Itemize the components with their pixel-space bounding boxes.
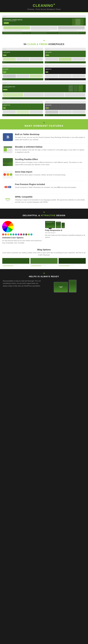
- card-sub-2: Trusted service: [46, 53, 52, 54]
- wpml-logo-text: WPML: [5, 198, 11, 200]
- design-row: Unlimited Color Options Go way beyond wh…: [2, 221, 86, 244]
- color-dot-2: [5, 234, 7, 236]
- divider-star: ✦: [2, 39, 86, 42]
- card-dot-13: [3, 83, 4, 83]
- homepage-card-4: Premium Clean Luxury service Contact © 2…: [45, 64, 86, 80]
- card-dot-5: [47, 49, 48, 50]
- card-title-3: Eco Cleaning: [3, 69, 9, 70]
- browser-bar: [2, 16, 86, 18]
- design-title: DELIGHTFUL & ATTRACTIVE DESIGN: [3, 214, 85, 216]
- card-title-6: Corporate Clean: [3, 105, 10, 106]
- thumb-5b: [24, 93, 44, 97]
- homepage-card-7: Home Cleaning Residential care Book Now …: [45, 100, 86, 116]
- parallax-icon: [3, 158, 13, 166]
- service-line-5: [58, 30, 84, 30]
- feature-demo: Demo Data Import Import all the demo dat…: [3, 168, 85, 181]
- tablet-device: [56, 222, 61, 228]
- color-dot-1: [2, 234, 4, 236]
- footer-line-4: [31, 33, 47, 33]
- thumb-5a: [3, 93, 23, 97]
- footer-dot-1: [3, 62, 4, 62]
- bottom-padding: [0, 294, 88, 297]
- card-header-7: [45, 101, 86, 104]
- helps-description: Documentation is easy-to-read and thorou…: [3, 280, 43, 287]
- color-wheel: [2, 221, 14, 232]
- blog-line-1: [3, 264, 29, 265]
- responsive-title: Fully Responsive &: [45, 229, 86, 231]
- browser-dot-1: [3, 16, 4, 17]
- service-line-3: [31, 30, 57, 30]
- card-hero-5: A Cleaning Wordpress Theme Clean & Profe…: [2, 84, 86, 92]
- card-dot-21: [48, 102, 49, 102]
- footer-dot-10: [4, 98, 5, 98]
- design-star: ✦: [3, 211, 85, 214]
- color-dot-8: [20, 234, 22, 236]
- card-btn-5[interactable]: Discover More: [3, 89, 8, 90]
- wpml-title: WPML Compatible: [15, 196, 85, 198]
- hero-cta[interactable]: Get Started: [4, 22, 9, 24]
- wpml-icon: WPML Multilingual: [3, 196, 13, 204]
- sidebar-right: [7, 148, 12, 152]
- color-dot-11: [28, 234, 30, 236]
- card-dot-7: [3, 66, 4, 66]
- footer-line-3: [31, 32, 57, 33]
- devices-preview: [45, 221, 86, 228]
- homepage-card-3: Eco Cleaning Natural products See More ©…: [2, 64, 43, 80]
- card-footer-1: © 2024: [2, 61, 43, 63]
- parallax-layer-4: [3, 164, 13, 166]
- card-btn-3[interactable]: See More: [3, 72, 6, 72]
- homepage-card-1: Cleaning Service Professional solutions …: [2, 48, 43, 64]
- card-btn-4[interactable]: Contact: [46, 72, 48, 72]
- card-btn-7[interactable]: Book Now: [46, 108, 49, 108]
- sidebar-footer-bar: [4, 152, 12, 153]
- wpml-desc: Cleaning is ready to be translated in an…: [15, 199, 85, 203]
- card-sub-4: Luxury service: [46, 70, 52, 70]
- card-img-5a: [69, 85, 73, 92]
- demo-title: Demo Data Import: [15, 171, 66, 173]
- demo-circles: [4, 173, 12, 176]
- color-dot-9: [23, 234, 25, 236]
- card-dot-4: [46, 49, 46, 50]
- logo: CLEANING+: [3, 2, 85, 8]
- card-body-6: [2, 110, 43, 114]
- service-line-2: [4, 30, 22, 31]
- hero-browser: Professional Cleaning Services We provid…: [2, 15, 86, 34]
- plugins-icon: VC SR: [3, 183, 13, 191]
- slider-revolution-logo: SR: [8, 186, 11, 188]
- homepage-card-6: Corporate Clean Office solutions Details…: [2, 100, 43, 116]
- card-body-3: [2, 74, 43, 78]
- color-dot-12: [30, 234, 32, 236]
- footer-line-1: [4, 32, 30, 33]
- blog-line-4: [31, 264, 57, 265]
- card-header-2: [45, 48, 86, 51]
- thumb-6b: [16, 110, 29, 114]
- thumb-5c: [44, 93, 65, 97]
- card-btn-2[interactable]: Learn More: [46, 55, 49, 56]
- card-dot-15: [6, 83, 6, 83]
- card-dot-20: [47, 102, 48, 102]
- design-banner: ✦ DELIGHTFUL & ATTRACTIVE DESIGN: [0, 208, 88, 219]
- feature-plugins: VC SR Free Premium Plugins Included Visu…: [3, 181, 85, 194]
- card-title-4: Premium Clean: [46, 69, 52, 70]
- blog-description: If you want to promote your writing, pub…: [2, 252, 86, 256]
- bootstrap-logo: B: [7, 135, 9, 139]
- blog-img-1: [2, 258, 29, 264]
- card-dot-14: [4, 83, 5, 83]
- footer-text-3: © 2024: [5, 79, 7, 80]
- card-sub-1: Professional solutions: [3, 53, 10, 54]
- card-text-3: Eco Cleaning Natural products See More: [3, 69, 9, 73]
- color-dot-10: [25, 234, 27, 236]
- thumb-1b: [16, 58, 29, 61]
- card-dot-18: [6, 102, 6, 102]
- card-dot-12: [48, 66, 49, 66]
- blog-line-9: [59, 266, 70, 266]
- features-star: ✦: [3, 122, 85, 124]
- card-dot-9: [6, 66, 6, 66]
- card-btn-1[interactable]: Get Quote: [3, 55, 7, 56]
- card-btn-6[interactable]: Details: [3, 108, 6, 108]
- homepage-card-2: Best Cleaners Trusted service Learn More…: [45, 48, 86, 64]
- demo-text: Demo Data Import Import all the demo dat…: [15, 171, 66, 176]
- footer-dot-3: [45, 62, 46, 62]
- card-text-4: Premium Clean Luxury service Contact: [46, 69, 52, 73]
- blog-line-5: [31, 265, 47, 266]
